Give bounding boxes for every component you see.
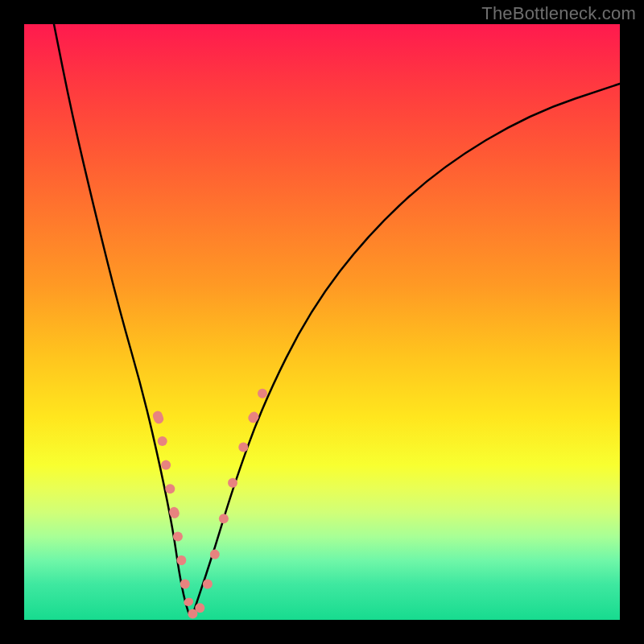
chart-container: TheBottleneck.com — [0, 0, 644, 644]
watermark-text: TheBottleneck.com — [481, 3, 636, 24]
marker-dot — [180, 580, 190, 589]
marker-dot — [203, 580, 213, 589]
curve-svg — [24, 24, 620, 620]
bottleneck-curve — [54, 24, 620, 615]
plot-area — [24, 24, 620, 620]
marker-dot — [165, 484, 175, 493]
marker-dot — [219, 514, 229, 523]
data-markers — [151, 389, 267, 619]
marker-dot — [238, 442, 248, 452]
marker-pill — [246, 410, 261, 424]
marker-dot — [158, 436, 167, 446]
marker-dot — [173, 531, 183, 541]
marker-pill — [151, 410, 165, 425]
marker-dot — [258, 389, 267, 398]
marker-pill — [208, 547, 221, 561]
